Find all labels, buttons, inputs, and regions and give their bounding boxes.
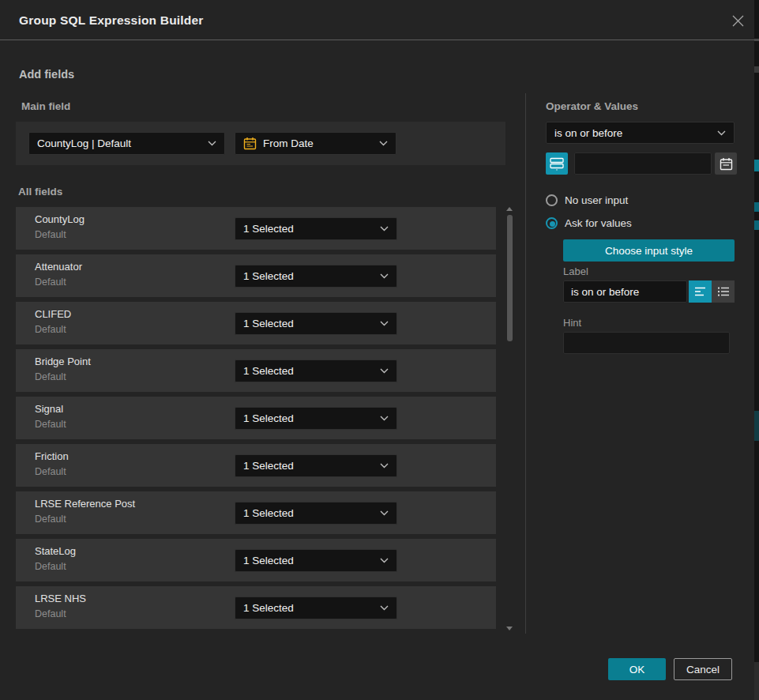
scrollbar-thumb[interactable]: [507, 215, 513, 341]
field-selection-value: 1 Selected: [243, 365, 375, 377]
label-field-label: Label: [563, 265, 588, 277]
field-name: Friction: [35, 450, 69, 462]
field-sublabel: Default: [35, 608, 66, 619]
all-fields-label: All fields: [18, 186, 62, 198]
label-style-text-button[interactable]: [689, 280, 712, 303]
field-name: StateLog: [35, 545, 76, 557]
date-picker-button[interactable]: [715, 152, 737, 175]
main-field-layer-select[interactable]: CountyLog | Default: [28, 132, 225, 155]
chevron-down-icon: [380, 273, 389, 279]
field-selection-select[interactable]: 1 Selected: [235, 359, 397, 382]
cancel-button[interactable]: Cancel: [674, 658, 732, 680]
field-row: CountyLog Default 1 Selected: [16, 207, 496, 250]
field-name: CountyLog: [35, 213, 85, 225]
field-sublabel: Default: [35, 277, 66, 288]
field-row: Bridge Point Default 1 Selected: [16, 349, 496, 392]
value-input[interactable]: [574, 152, 712, 175]
field-selection-select[interactable]: 1 Selected: [235, 407, 397, 430]
screen: Group SQL Expression Builder Add fields …: [0, 0, 759, 700]
main-field-layer-value: CountyLog | Default: [37, 137, 203, 149]
chevron-down-icon: [380, 605, 389, 611]
field-name: CLIFED: [35, 308, 71, 320]
field-name: LRSE NHS: [35, 593, 86, 604]
chevron-down-icon: [208, 141, 216, 146]
field-selection-value: 1 Selected: [243, 460, 375, 472]
field-selection-select[interactable]: 1 Selected: [235, 265, 397, 288]
field-selection-value: 1 Selected: [243, 223, 375, 235]
main-field-field-select[interactable]: From Date: [235, 132, 396, 155]
scrollbar-up-arrow[interactable]: [505, 205, 513, 212]
dialog-title: Group SQL Expression Builder: [19, 0, 204, 40]
hint-field-label: Hint: [563, 317, 581, 329]
chevron-down-icon: [717, 130, 726, 136]
field-name: Signal: [35, 403, 63, 415]
field-selection-value: 1 Selected: [243, 555, 375, 566]
main-field-field-value: From Date: [263, 137, 374, 149]
calendar-icon: [720, 157, 733, 171]
field-row: Attenuator Default 1 Selected: [16, 254, 496, 297]
chevron-down-icon: [380, 226, 389, 231]
input-type-icon: [550, 156, 564, 171]
dialog-titlebar: Group SQL Expression Builder: [0, 0, 754, 40]
bulleted-list-icon: [717, 286, 730, 297]
radio-label: Ask for values: [565, 217, 632, 229]
field-sublabel: Default: [35, 466, 66, 477]
operator-select[interactable]: is on or before: [546, 122, 735, 144]
main-field-panel: CountyLog | Default From Date: [16, 122, 505, 165]
chevron-down-icon: [380, 368, 389, 374]
field-sublabel: Default: [35, 324, 66, 335]
radio-icon: [546, 194, 558, 206]
chevron-down-icon: [380, 558, 389, 563]
field-row: Signal Default 1 Selected: [16, 397, 496, 439]
field-sublabel: Default: [35, 419, 66, 430]
background-app-fragment: [754, 411, 759, 441]
group-sql-expression-builder-dialog: Group SQL Expression Builder Add fields …: [0, 0, 754, 700]
background-app-fragment: [754, 662, 759, 700]
field-sublabel: Default: [35, 371, 66, 382]
field-selection-select[interactable]: 1 Selected: [235, 597, 397, 619]
input-type-button[interactable]: [546, 152, 568, 175]
background-app-fragment: [754, 220, 759, 230]
ok-button[interactable]: OK: [608, 658, 666, 680]
field-name: LRSE Reference Post: [35, 498, 135, 510]
add-fields-heading: Add fields: [19, 68, 74, 81]
field-selection-select[interactable]: 1 Selected: [235, 312, 397, 335]
field-sublabel: Default: [35, 514, 66, 525]
field-selection-value: 1 Selected: [243, 318, 375, 329]
chevron-down-icon: [380, 510, 389, 516]
close-button[interactable]: [727, 10, 748, 31]
operator-values-heading: Operator & Values: [546, 100, 638, 112]
field-sublabel: Default: [35, 561, 66, 572]
background-app-fragment: [754, 39, 759, 41]
align-left-icon: [694, 286, 707, 297]
hint-input[interactable]: [563, 332, 730, 354]
main-field-label: Main field: [21, 100, 70, 112]
field-sublabel: Default: [35, 229, 66, 240]
scrollbar-down-arrow[interactable]: [505, 625, 513, 631]
field-selection-value: 1 Selected: [243, 602, 375, 614]
field-name: Attenuator: [35, 261, 82, 273]
field-selection-value: 1 Selected: [243, 507, 375, 519]
triangle-up-icon: [506, 207, 513, 211]
radio-ask-for-values[interactable]: Ask for values: [546, 217, 632, 229]
field-selection-value: 1 Selected: [243, 412, 375, 424]
field-selection-select[interactable]: 1 Selected: [235, 454, 397, 477]
field-selection-select[interactable]: 1 Selected: [235, 549, 397, 572]
label-style-list-button[interactable]: [712, 280, 735, 303]
choose-input-style-button[interactable]: Choose input style: [563, 239, 735, 262]
radio-label: No user input: [565, 194, 628, 206]
chevron-down-icon: [380, 321, 389, 326]
background-app-fragment: [754, 202, 759, 212]
field-row: LRSE Reference Post Default 1 Selected: [16, 491, 496, 534]
field-selection-select[interactable]: 1 Selected: [235, 502, 397, 525]
field-selection-select[interactable]: 1 Selected: [235, 217, 397, 240]
radio-icon: [546, 217, 558, 229]
field-row: Friction Default 1 Selected: [16, 444, 496, 487]
calendar-icon: [243, 137, 257, 150]
radio-no-user-input[interactable]: No user input: [546, 194, 628, 206]
chevron-down-icon: [379, 141, 388, 146]
field-row: LRSE NHS Default 1 Selected: [16, 586, 496, 629]
pane-divider: [525, 93, 526, 634]
label-input[interactable]: [563, 280, 687, 303]
chevron-down-icon: [380, 463, 389, 469]
